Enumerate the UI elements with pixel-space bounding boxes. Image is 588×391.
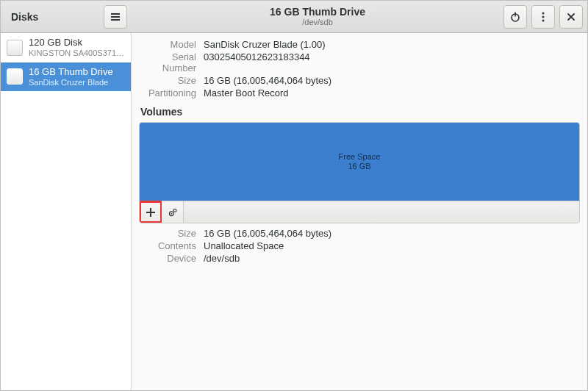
power-off-drive-button[interactable] (503, 5, 527, 29)
headerbar-center: 16 GB Thumb Drive /dev/sdb (132, 7, 503, 26)
label-size: Size (139, 75, 196, 86)
disk-item[interactable]: 16 GB Thumb Drive SanDisk Cruzer Blade (1, 62, 131, 92)
svg-point-3 (542, 15, 545, 18)
disks-window: Disks 16 GB Thumb Drive /dev/sdb (0, 0, 588, 391)
headerbar: Disks 16 GB Thumb Drive /dev/sdb (1, 1, 587, 33)
body: 120 GB Disk KINGSTON SA400S37120G 16 GB … (1, 33, 587, 390)
volumes-section-title: Volumes (140, 106, 580, 118)
value-size: 16 GB (16,005,464,064 bytes) (204, 75, 580, 86)
drive-device-path: /dev/sdb (302, 18, 333, 26)
hamburger-menu-icon (110, 11, 121, 23)
main-pane: Model SanDisk Cruzer Blade (1.00) Serial… (132, 33, 587, 390)
headerbar-left: Disks (1, 5, 132, 29)
label-vol-device: Device (139, 253, 196, 264)
volume-label: Free Space (339, 152, 381, 162)
value-vol-size: 16 GB (16,005,464,064 bytes) (204, 228, 580, 239)
app-menu-button[interactable] (104, 5, 127, 29)
svg-point-7 (173, 209, 176, 212)
kebab-menu-icon (537, 11, 549, 23)
value-vol-device: /dev/sdb (204, 253, 580, 264)
value-serial: 03025405012623183344 (204, 51, 580, 73)
value-model: SanDisk Cruzer Blade (1.00) (204, 39, 580, 50)
drive-info-grid: Model SanDisk Cruzer Blade (1.00) Serial… (139, 39, 580, 98)
disk-item-name: 120 GB Disk (29, 37, 125, 49)
disk-drive-icon (7, 40, 23, 56)
label-vol-size: Size (139, 228, 196, 239)
disk-item-sub: SanDisk Cruzer Blade (29, 78, 113, 87)
drive-options-button[interactable] (531, 5, 555, 29)
disk-list-sidebar: 120 GB Disk KINGSTON SA400S37120G 16 GB … (1, 33, 132, 390)
label-serial: Serial Number (139, 51, 196, 73)
window-close-button[interactable] (559, 5, 583, 29)
additional-partition-options-button[interactable] (162, 201, 184, 223)
volumes-toolbar (140, 201, 579, 223)
volumes-box: Free Space 16 GB (139, 122, 580, 223)
svg-point-4 (542, 19, 545, 21)
value-partitioning: Master Boot Record (204, 87, 580, 98)
volume-details-grid: Size 16 GB (16,005,464,064 bytes) Conten… (139, 228, 580, 264)
headerbar-right (503, 5, 587, 29)
label-model: Model (139, 39, 196, 50)
volume-free-space[interactable]: Free Space 16 GB (140, 123, 579, 201)
thumb-drive-icon (7, 68, 23, 85)
svg-point-6 (171, 212, 172, 214)
disk-item-sub: KINGSTON SA400S37120G (29, 49, 125, 58)
power-icon (509, 11, 521, 23)
svg-point-2 (542, 12, 545, 14)
value-vol-contents: Unallocated Space (204, 240, 580, 251)
volume-size: 16 GB (348, 162, 370, 171)
app-title: Disks (11, 11, 98, 23)
disk-item-name: 16 GB Thumb Drive (29, 67, 113, 78)
label-vol-contents: Contents (139, 240, 196, 251)
disk-item[interactable]: 120 GB Disk KINGSTON SA400S37120G (1, 33, 131, 62)
drive-title: 16 GB Thumb Drive (270, 7, 365, 18)
plus-icon (145, 207, 157, 218)
create-partition-button[interactable] (140, 201, 162, 223)
svg-rect-1 (514, 12, 516, 16)
gears-icon (168, 207, 178, 218)
label-partitioning: Partitioning (139, 87, 196, 98)
close-icon (566, 12, 576, 22)
